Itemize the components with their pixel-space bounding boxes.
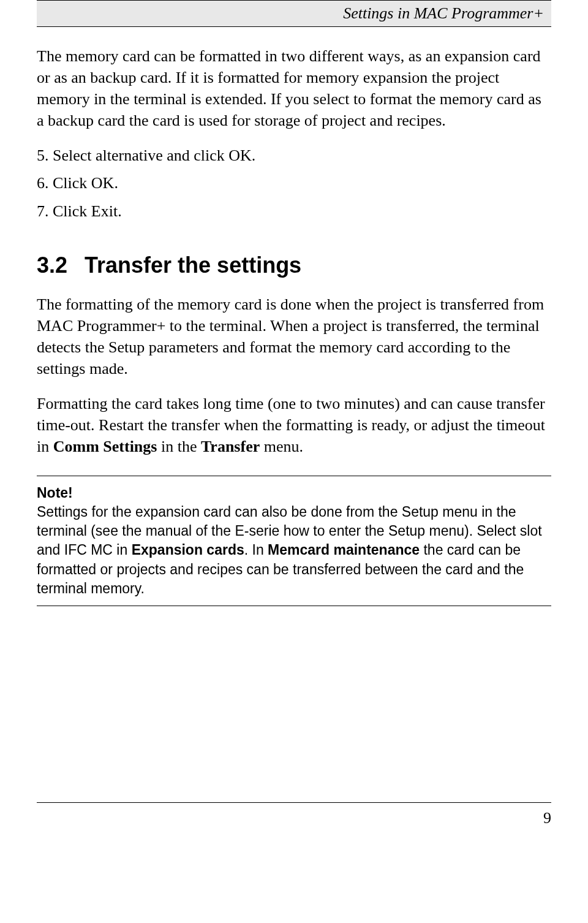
step-6: 6. Click OK.	[37, 172, 551, 194]
step-7: 7. Click Exit.	[37, 200, 551, 222]
note-block: Note! Settings for the expansion card ca…	[37, 476, 551, 606]
section-paragraph-2: Formatting the card takes long time (one…	[37, 393, 551, 457]
page-container: Settings in MAC Programmer+ The memory c…	[0, 0, 588, 852]
page-number: 9	[543, 809, 551, 827]
section-heading: 3.2Transfer the settings	[37, 253, 551, 278]
note-bold-memcard: Memcard maintenance	[268, 542, 420, 558]
intro-paragraph: The memory card can be formatted in two …	[37, 45, 551, 131]
p2-text-mid: in the	[157, 438, 201, 455]
header-title: Settings in MAC Programmer+	[343, 4, 544, 22]
step-5: 5. Select alternative and click OK.	[37, 145, 551, 166]
section-title: Transfer the settings	[85, 253, 301, 278]
running-header: Settings in MAC Programmer+	[37, 0, 551, 27]
section-paragraph-1: The formatting of the memory card is don…	[37, 294, 551, 379]
p2-bold-comm-settings: Comm Settings	[53, 438, 157, 455]
note-bold-expansion-cards: Expansion cards	[132, 542, 244, 558]
page-footer: 9	[37, 802, 551, 827]
section-number: 3.2	[37, 253, 67, 278]
p2-bold-transfer: Transfer	[201, 438, 260, 455]
p2-text-post: menu.	[260, 438, 303, 455]
note-title: Note!	[37, 484, 551, 503]
note-text-2: . In	[244, 542, 268, 558]
